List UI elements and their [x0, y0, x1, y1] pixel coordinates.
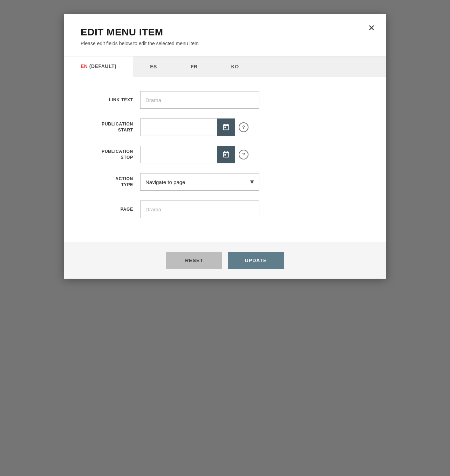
modal-footer: RESET UPDATE [64, 242, 386, 279]
language-tabs: EN (DEFAULT) ES FR KO [64, 56, 386, 77]
modal-subtitle: Please edit fields below to edit the sel… [81, 41, 369, 46]
calendar-icon [222, 151, 230, 158]
tab-ko[interactable]: KO [214, 56, 256, 77]
page-input[interactable] [140, 200, 259, 218]
pub-start-row: PUBLICATIONSTART ? [81, 118, 369, 136]
pub-start-input[interactable] [140, 118, 217, 136]
link-text-row: LINK TEXT [81, 91, 369, 109]
pub-stop-help-icon[interactable]: ? [239, 150, 248, 159]
tab-es[interactable]: ES [133, 56, 174, 77]
page-row: PAGE [81, 200, 369, 218]
tab-en[interactable]: EN (DEFAULT) [64, 56, 133, 77]
modal-header: EDIT MENU ITEM Please edit fields below … [64, 14, 386, 56]
pub-stop-label: PUBLICATIONSTOP [81, 149, 140, 161]
tab-es-label: ES [150, 64, 157, 69]
pub-start-label: PUBLICATIONSTART [81, 121, 140, 133]
calendar-icon [222, 123, 230, 131]
pub-stop-input-group: ? [140, 146, 248, 163]
tab-fr-label: FR [191, 64, 198, 69]
link-text-input[interactable] [140, 91, 259, 109]
tab-en-label: EN [81, 63, 88, 69]
pub-start-calendar-button[interactable] [217, 118, 235, 136]
pub-stop-input[interactable] [140, 146, 217, 163]
pub-stop-calendar-button[interactable] [217, 146, 235, 163]
link-text-label: LINK TEXT [81, 97, 140, 103]
edit-menu-item-modal: EDIT MENU ITEM Please edit fields below … [64, 14, 386, 279]
tab-ko-label: KO [231, 64, 239, 69]
update-button[interactable]: UPDATE [228, 252, 284, 269]
action-type-wrapper: Navigate to page Navigate to URL No acti… [140, 173, 259, 191]
reset-button[interactable]: RESET [166, 252, 222, 269]
modal-title: EDIT MENU ITEM [81, 27, 369, 38]
form-area: LINK TEXT PUBLICATIONSTART ? [64, 77, 386, 242]
close-button[interactable]: ✕ [367, 22, 376, 34]
pub-stop-row: PUBLICATIONSTOP ? [81, 146, 369, 163]
modal-body: EN (DEFAULT) ES FR KO LINK TEXT PUBLICAT [64, 56, 386, 279]
action-type-row: ACTIONTYPE Navigate to page Navigate to … [81, 173, 369, 191]
page-label: PAGE [81, 206, 140, 212]
action-type-select[interactable]: Navigate to page Navigate to URL No acti… [140, 173, 259, 191]
tab-en-default: (DEFAULT) [89, 63, 116, 69]
pub-start-input-group: ? [140, 118, 248, 136]
pub-start-help-icon[interactable]: ? [239, 122, 248, 132]
action-type-label: ACTIONTYPE [81, 176, 140, 188]
tab-fr[interactable]: FR [174, 56, 214, 77]
